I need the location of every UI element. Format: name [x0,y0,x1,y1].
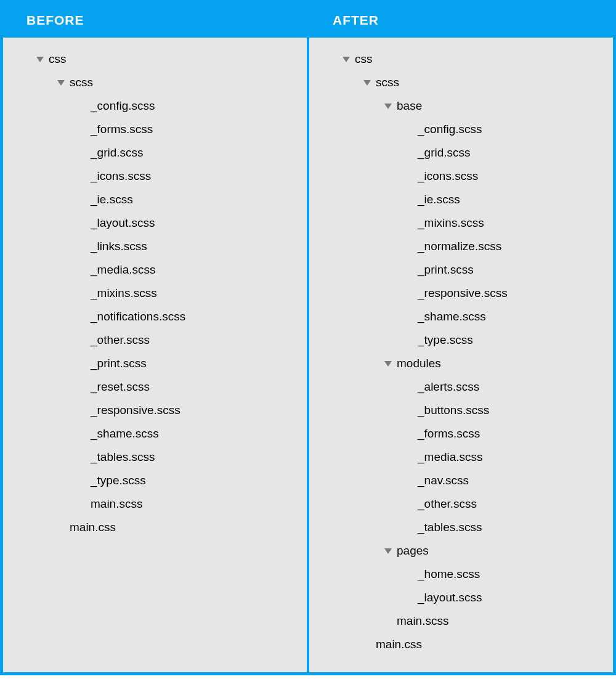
file-label: _grid.scss [418,146,471,160]
folder-label: pages [397,544,429,558]
file-label: _forms.scss [91,123,153,136]
file-label: _responsive.scss [91,404,180,417]
disclosure-triangle-icon[interactable] [363,80,371,86]
tree-row[interactable]: _layout.scss [15,211,294,235]
tree-row[interactable]: css [322,47,601,71]
tree-row[interactable]: _grid.scss [322,141,601,165]
file-label: _layout.scss [91,216,155,230]
folder-label: scss [70,76,93,89]
file-label: _buttons.scss [418,404,489,417]
tree-row[interactable]: _forms.scss [322,422,601,445]
file-label: main.scss [397,614,448,628]
tree-row[interactable]: _layout.scss [322,586,601,609]
file-label: _mixins.scss [418,216,484,230]
file-label: _alerts.scss [418,380,479,394]
disclosure-triangle-icon[interactable] [342,57,350,62]
tree-row[interactable]: main.css [322,633,601,656]
tree-row[interactable]: main.css [15,516,294,539]
tree-row[interactable]: _notifications.scss [15,305,294,328]
folder-label: scss [376,76,399,89]
tree-row[interactable]: css [15,47,294,71]
file-label: main.css [70,521,116,534]
file-label: _type.scss [418,333,473,347]
tree-row[interactable]: _grid.scss [15,141,294,165]
tree-row[interactable]: _tables.scss [322,516,601,539]
file-label: _ie.scss [418,193,460,206]
tree-row[interactable]: _tables.scss [15,445,294,469]
file-label: _shame.scss [91,427,159,441]
tree-row[interactable]: base [322,94,601,118]
tree-row[interactable]: scss [322,71,601,94]
file-label: main.css [376,638,422,651]
file-label: _responsive.scss [418,287,508,300]
folder-label: base [397,99,422,113]
folder-label: css [355,52,373,66]
disclosure-triangle-icon[interactable] [36,57,44,62]
before-tree: css scss _config.scss _forms.scss _grid.… [3,38,307,672]
file-label: _config.scss [91,99,155,113]
comparison-container: BEFORE css scss _config.scss _forms.scss… [0,0,616,675]
tree-row[interactable]: _type.scss [15,469,294,492]
after-panel: AFTER css scss base _config.scss _grid.s… [308,3,613,672]
after-tree: css scss base _config.scss _grid.scss _i… [309,38,613,672]
after-header: AFTER [309,3,613,38]
tree-row[interactable]: _ie.scss [15,188,294,211]
tree-row[interactable]: _config.scss [322,118,601,141]
tree-row[interactable]: _mixins.scss [322,211,601,235]
folder-label: modules [397,357,441,370]
disclosure-triangle-icon[interactable] [384,548,392,554]
file-label: _links.scss [91,240,147,253]
tree-row[interactable]: _icons.scss [322,165,601,188]
tree-row[interactable]: pages [322,539,601,563]
tree-row[interactable]: _type.scss [322,328,601,352]
tree-row[interactable]: _print.scss [15,352,294,375]
tree-row[interactable]: _nav.scss [322,469,601,492]
disclosure-triangle-icon[interactable] [384,104,392,109]
tree-row[interactable]: _other.scss [322,492,601,516]
tree-row[interactable]: _print.scss [322,258,601,282]
file-label: _tables.scss [418,521,482,534]
tree-row[interactable]: main.scss [15,492,294,516]
file-label: _other.scss [418,497,477,511]
tree-row[interactable]: _alerts.scss [322,375,601,399]
tree-row[interactable]: _ie.scss [322,188,601,211]
file-label: _type.scss [91,474,146,487]
file-label: _reset.scss [91,380,150,394]
file-label: _config.scss [418,123,482,136]
file-label: _icons.scss [418,169,478,183]
tree-row[interactable]: _other.scss [15,328,294,352]
tree-row[interactable]: main.scss [322,609,601,633]
tree-row[interactable]: _media.scss [322,445,601,469]
file-label: _tables.scss [91,450,155,464]
tree-row[interactable]: _icons.scss [15,165,294,188]
file-label: _print.scss [418,263,474,277]
tree-row[interactable]: _buttons.scss [322,399,601,422]
tree-row[interactable]: modules [322,352,601,375]
tree-row[interactable]: _reset.scss [15,375,294,399]
file-label: _normalize.scss [418,240,501,253]
file-label: _home.scss [418,567,480,581]
file-label: _mixins.scss [91,287,157,300]
file-label: _forms.scss [418,427,480,441]
tree-row[interactable]: _shame.scss [15,422,294,445]
disclosure-triangle-icon[interactable] [57,80,65,86]
file-label: _shame.scss [418,310,486,323]
file-label: _ie.scss [91,193,133,206]
tree-row[interactable]: _responsive.scss [322,282,601,305]
tree-row[interactable]: _shame.scss [322,305,601,328]
tree-row[interactable]: _normalize.scss [322,235,601,258]
file-label: _media.scss [91,263,156,277]
before-header: BEFORE [3,3,307,38]
folder-label: css [49,52,67,66]
tree-row[interactable]: _mixins.scss [15,282,294,305]
tree-row[interactable]: _links.scss [15,235,294,258]
file-label: _nav.scss [418,474,469,487]
file-label: _layout.scss [418,591,482,604]
tree-row[interactable]: _config.scss [15,94,294,118]
tree-row[interactable]: _home.scss [322,563,601,586]
tree-row[interactable]: scss [15,71,294,94]
tree-row[interactable]: _responsive.scss [15,399,294,422]
tree-row[interactable]: _forms.scss [15,118,294,141]
tree-row[interactable]: _media.scss [15,258,294,282]
disclosure-triangle-icon[interactable] [384,361,392,367]
